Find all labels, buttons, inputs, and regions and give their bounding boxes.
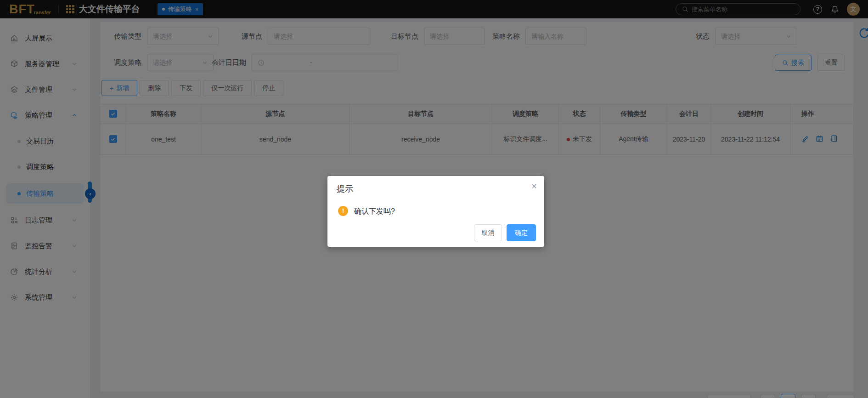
- cancel-button-label: 取消: [482, 229, 495, 237]
- dialog-close-icon[interactable]: ×: [531, 182, 537, 191]
- confirm-dialog: 提示 × ! 确认下发吗? 取消 确定: [327, 176, 544, 247]
- dialog-message: 确认下发吗?: [354, 207, 395, 216]
- app-screen: BFT ransfer 大文件传输平台 传输策略 × ? 文 大屏展示: [0, 0, 868, 398]
- warning-icon: !: [338, 206, 348, 216]
- cancel-button[interactable]: 取消: [474, 224, 502, 241]
- confirm-button-label: 确定: [515, 229, 528, 237]
- dialog-title: 提示: [337, 183, 353, 194]
- confirm-button[interactable]: 确定: [507, 224, 536, 241]
